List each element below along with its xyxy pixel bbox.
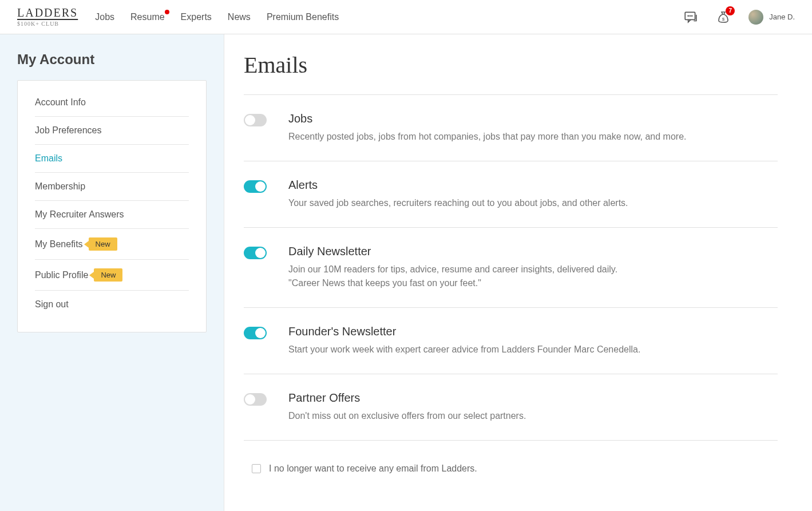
toggle-knob: [245, 394, 255, 405]
body-wrap: My Account Account Info Job Preferences …: [0, 34, 812, 511]
email-section-founders-newsletter: Founder's Newsletter Start your work wee…: [244, 307, 778, 374]
section-desc: Start your work week with expert career …: [288, 343, 778, 356]
section-content: Alerts Your saved job searches, recruite…: [288, 179, 778, 210]
section-desc: Join our 10M readers for tips, advice, r…: [288, 263, 778, 290]
new-badge: New: [94, 268, 122, 282]
sidebar-item-label: Job Preferences: [35, 125, 102, 136]
sidebar-item-label: Account Info: [35, 97, 86, 108]
sidebar-item-recruiter-answers[interactable]: My Recruiter Answers: [35, 201, 189, 229]
email-section-alerts: Alerts Your saved job searches, recruite…: [244, 161, 778, 227]
main-nav: Jobs Resume Experts News Premium Benefit…: [95, 12, 339, 22]
nav-resume[interactable]: Resume: [130, 12, 165, 22]
sidebar-item-public-profile[interactable]: Public Profile New: [35, 260, 189, 291]
messages-button[interactable]: [683, 10, 698, 25]
svg-point-3: [692, 15, 692, 16]
section-content: Founder's Newsletter Start your work wee…: [288, 325, 778, 356]
nav-label: News: [228, 12, 251, 22]
section-desc: Your saved job searches, recruiters reac…: [288, 196, 778, 210]
email-section-daily-newsletter: Daily Newsletter Join our 10M readers fo…: [244, 227, 778, 307]
logo-sub-text: $100K+ CLUB: [17, 21, 78, 27]
section-desc: Recently posted jobs, jobs from hot comp…: [288, 130, 778, 144]
sidebar-item-emails[interactable]: Emails: [35, 145, 189, 173]
nav-experts[interactable]: Experts: [181, 12, 212, 22]
toggle-daily-newsletter[interactable]: [244, 247, 267, 259]
toggle-knob: [255, 328, 266, 338]
section-desc: Don't miss out on exclusive offers from …: [288, 409, 778, 423]
notification-dot-icon: [165, 10, 169, 14]
unsubscribe-label[interactable]: I no longer want to receive any email fr…: [269, 464, 477, 474]
toggle-jobs[interactable]: [244, 114, 267, 126]
header: LADDERS $100K+ CLUB Jobs Resume Experts …: [0, 0, 812, 34]
header-right: $ 7 Jane D.: [683, 10, 795, 25]
desc-line: Join our 10M readers for tips, advice, r…: [288, 263, 778, 276]
sidebar-title: My Account: [17, 52, 207, 68]
section-title: Founder's Newsletter: [288, 325, 778, 338]
section-content: Daily Newsletter Join our 10M readers fo…: [288, 245, 778, 290]
sidebar-item-membership[interactable]: Membership: [35, 173, 189, 201]
sidebar-item-my-benefits[interactable]: My Benefits New: [35, 229, 189, 260]
toggle-knob: [245, 115, 255, 125]
svg-point-1: [688, 15, 688, 16]
user-name: Jane D.: [769, 13, 795, 21]
section-content: Jobs Recently posted jobs, jobs from hot…: [288, 112, 778, 144]
sidebar-item-account-info[interactable]: Account Info: [35, 89, 189, 117]
nav-jobs[interactable]: Jobs: [95, 12, 114, 22]
section-title: Alerts: [288, 179, 778, 192]
sidebar-item-label: Sign out: [35, 299, 69, 310]
page-title: Emails: [244, 52, 778, 78]
logo[interactable]: LADDERS $100K+ CLUB: [17, 7, 78, 27]
section-content: Partner Offers Don't miss out on exclusi…: [288, 391, 778, 423]
desc-line: "Career News that keeps you fast on your…: [288, 276, 778, 290]
svg-text:$: $: [722, 17, 725, 22]
nav-premium-benefits[interactable]: Premium Benefits: [267, 12, 339, 22]
chat-icon: [683, 10, 698, 25]
sidebar-item-label: Membership: [35, 181, 85, 192]
notification-badge: 7: [726, 6, 735, 15]
sidebar-item-job-preferences[interactable]: Job Preferences: [35, 117, 189, 145]
user-menu[interactable]: Jane D.: [748, 10, 795, 25]
unsubscribe-row: I no longer want to receive any email fr…: [244, 440, 778, 485]
email-section-partner-offers: Partner Offers Don't miss out on exclusi…: [244, 374, 778, 440]
sidebar-item-label: My Recruiter Answers: [35, 209, 124, 220]
nav-label: Jobs: [95, 12, 114, 22]
section-title: Partner Offers: [288, 391, 778, 405]
logo-main-text: LADDERS: [17, 7, 78, 18]
toggle-founders-newsletter[interactable]: [244, 327, 267, 339]
svg-point-2: [690, 15, 691, 16]
sidebar-item-label: My Benefits: [35, 239, 83, 249]
sidebar-item-label: Emails: [35, 153, 62, 164]
nav-label: Resume: [130, 12, 165, 22]
unsubscribe-checkbox[interactable]: [252, 464, 261, 473]
sidebar-menu: Account Info Job Preferences Emails Memb…: [17, 80, 207, 332]
sidebar-item-label: Public Profile: [35, 270, 88, 280]
nav-label: Experts: [181, 12, 212, 22]
section-title: Jobs: [288, 112, 778, 125]
toggle-partner-offers[interactable]: [244, 393, 267, 406]
toggle-alerts[interactable]: [244, 180, 267, 193]
sidebar: My Account Account Info Job Preferences …: [0, 34, 224, 511]
avatar: [748, 10, 763, 25]
main-content: Emails Jobs Recently posted jobs, jobs f…: [224, 34, 812, 511]
new-badge: New: [89, 237, 117, 251]
toggle-knob: [255, 181, 266, 192]
money-bag-button[interactable]: $ 7: [716, 10, 730, 25]
toggle-knob: [255, 248, 266, 258]
nav-news[interactable]: News: [228, 12, 251, 22]
email-section-jobs: Jobs Recently posted jobs, jobs from hot…: [244, 94, 778, 161]
sidebar-item-sign-out[interactable]: Sign out: [35, 291, 189, 318]
section-title: Daily Newsletter: [288, 245, 778, 258]
nav-label: Premium Benefits: [267, 12, 339, 22]
